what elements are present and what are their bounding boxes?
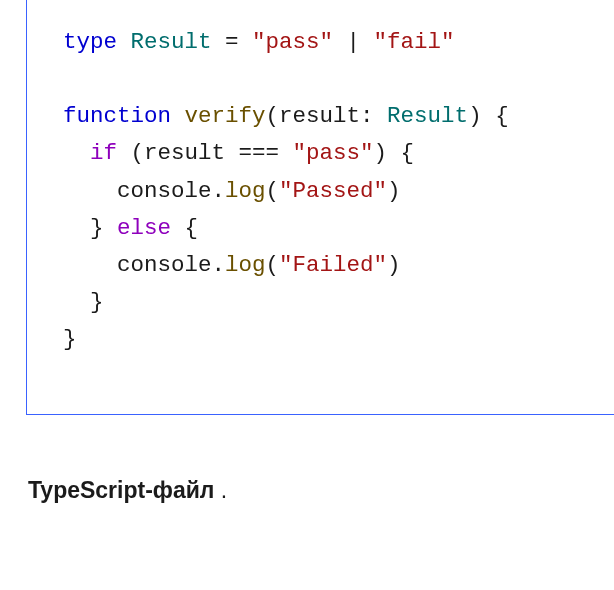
fn-name-verify: verify [185,103,266,129]
caption-trail: . [214,477,227,503]
brace-close: } [90,289,104,315]
type-name-result: Result [131,29,212,55]
code-listing: type Result = "pass" | "fail" function v… [63,24,604,358]
op-pipe: | [333,29,374,55]
cond-open: (result [117,140,239,166]
paren-open: ( [266,103,280,129]
page: type Result = "pass" | "fail" function v… [0,0,614,590]
brace-open: { [171,215,198,241]
brace-close: } [63,326,77,352]
str-pass-literal: "pass" [252,29,333,55]
caption: TypeScript-файл . [28,477,614,504]
paren-close: ) [387,252,401,278]
paren-open: ( [266,178,280,204]
brace-close: } [90,215,117,241]
indent [63,215,90,241]
str-fail-literal: "fail" [374,29,455,55]
colon: : [360,103,387,129]
param-type-result: Result [387,103,468,129]
dot: . [212,178,226,204]
kw-else: else [117,215,171,241]
kw-if: if [90,140,117,166]
fn-log: log [225,252,266,278]
paren-close: ) [387,178,401,204]
indent [63,252,117,278]
fn-log: log [225,178,266,204]
obj-console: console [117,178,212,204]
space [279,140,293,166]
paren-close-brace: ) { [468,103,509,129]
op-eq: = [212,29,253,55]
str-pass-cmp: "pass" [293,140,374,166]
kw-type: type [63,29,117,55]
op-eqeqeq: === [239,140,280,166]
str-failed: "Failed" [279,252,387,278]
kw-function: function [63,103,171,129]
indent [63,140,90,166]
code-block: type Result = "pass" | "fail" function v… [26,0,614,415]
dot: . [212,252,226,278]
paren-open: ( [266,252,280,278]
str-passed: "Passed" [279,178,387,204]
indent [63,178,117,204]
obj-console: console [117,252,212,278]
param-result: result [279,103,360,129]
indent [63,289,90,315]
caption-strong: TypeScript-файл [28,477,214,503]
cond-close: ) { [374,140,415,166]
